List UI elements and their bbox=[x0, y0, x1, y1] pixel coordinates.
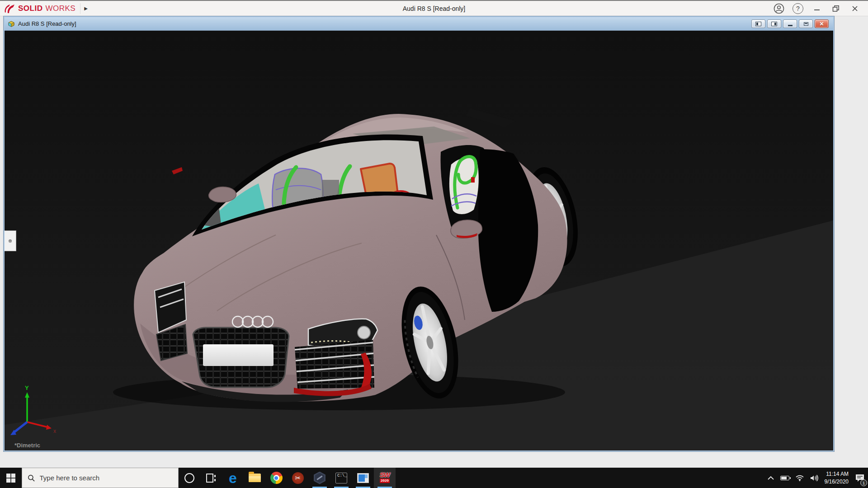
triad-x-label: x bbox=[53, 428, 56, 434]
triad-y-label: Y bbox=[25, 385, 29, 391]
taskbar-search[interactable] bbox=[22, 468, 179, 488]
solidworks-2020-icon: SW 2020 bbox=[378, 471, 392, 485]
tray-time: 11:14 AM bbox=[826, 470, 849, 478]
doc-minimize-icon bbox=[788, 25, 793, 26]
close-button[interactable] bbox=[846, 2, 863, 15]
right-intake-grille[interactable] bbox=[294, 340, 374, 396]
minimize-icon bbox=[814, 5, 820, 12]
show-right-pane-button[interactable] bbox=[767, 19, 781, 28]
battery-button[interactable] bbox=[777, 468, 793, 488]
chevron-up-icon bbox=[768, 476, 774, 480]
doc-restore-button[interactable] bbox=[799, 19, 813, 28]
close-icon bbox=[852, 5, 858, 12]
brand-text-bold: SOLID bbox=[18, 4, 42, 13]
hexagon-app-icon bbox=[314, 472, 326, 484]
file-explorer-icon bbox=[249, 474, 261, 482]
desktop: SOLIDWORKS ▶ Audi R8 S [Read-only] ? bbox=[0, 0, 868, 488]
network-button[interactable] bbox=[793, 468, 807, 488]
action-center-button[interactable]: 1 bbox=[852, 468, 868, 488]
task-view-button[interactable] bbox=[200, 468, 222, 488]
part-document-icon bbox=[7, 20, 15, 28]
audi-r8-3d-model[interactable]: Y x bbox=[5, 31, 833, 450]
left-mirror[interactable] bbox=[209, 187, 236, 202]
doc-close-button[interactable]: ✕ bbox=[815, 19, 829, 28]
help-button[interactable]: ? bbox=[789, 2, 807, 15]
cortana-button[interactable] bbox=[179, 468, 200, 488]
featuremanager-collapse-tab[interactable] bbox=[5, 230, 16, 251]
system-tray: 11:14 AM 9/16/2020 1 bbox=[764, 468, 868, 488]
brand-text-light: WORKS bbox=[45, 4, 75, 13]
speaker-icon bbox=[810, 474, 818, 482]
doc-close-icon: ✕ bbox=[819, 21, 824, 27]
search-input[interactable] bbox=[40, 474, 173, 482]
document-window-controls: ✕ bbox=[751, 19, 830, 28]
battery-icon bbox=[780, 476, 789, 480]
app-title: Audi R8 S [Read-only] bbox=[0, 5, 868, 12]
start-button[interactable] bbox=[0, 468, 22, 488]
document-window: Audi R8 S [Read-only] ✕ bbox=[4, 16, 834, 451]
account-icon bbox=[774, 3, 784, 14]
volume-button[interactable] bbox=[807, 468, 821, 488]
doc-restore-icon bbox=[804, 22, 808, 26]
menu-expand-arrow[interactable]: ▶ bbox=[80, 3, 91, 14]
edge-icon: e bbox=[229, 471, 237, 485]
taskbar-snipping-tool-button[interactable]: ✂ bbox=[287, 468, 309, 488]
taskbar-3d-viewer-button[interactable] bbox=[309, 468, 330, 488]
taskbar-file-explorer-button[interactable] bbox=[244, 468, 265, 488]
clock[interactable]: 11:14 AM 9/16/2020 bbox=[821, 468, 852, 488]
front-grille[interactable] bbox=[193, 328, 289, 387]
passenger-seat bbox=[449, 156, 479, 214]
app-titlebar: SOLIDWORKS ▶ Audi R8 S [Read-only] ? bbox=[0, 0, 868, 16]
account-button[interactable] bbox=[770, 2, 788, 15]
minimize-button[interactable] bbox=[808, 2, 826, 15]
wifi-icon bbox=[796, 475, 804, 481]
collapse-dot-icon bbox=[9, 239, 12, 243]
photos-app-icon bbox=[357, 473, 369, 483]
command-prompt-icon: C:\_ bbox=[335, 473, 347, 483]
taskbar-chrome-button[interactable] bbox=[265, 468, 287, 488]
right-pane-icon bbox=[771, 22, 777, 26]
cortana-icon bbox=[184, 473, 194, 483]
graphics-viewport[interactable]: Y x *Dimetric bbox=[5, 31, 833, 450]
taskbar-solidworks-button[interactable]: SW 2020 bbox=[374, 468, 396, 488]
notification-count-badge: 1 bbox=[860, 479, 867, 486]
taskbar-edge-button[interactable]: e bbox=[222, 468, 244, 488]
restore-icon bbox=[832, 5, 840, 12]
doc-minimize-button[interactable] bbox=[783, 19, 797, 28]
search-icon bbox=[28, 474, 35, 482]
chrome-icon bbox=[270, 472, 283, 484]
document-title: Audi R8 S [Read-only] bbox=[18, 20, 76, 27]
document-titlebar[interactable]: Audi R8 S [Read-only] ✕ bbox=[5, 17, 833, 31]
restore-button[interactable] bbox=[827, 2, 844, 15]
solidworks-logo-icon bbox=[4, 4, 15, 14]
solidworks-logo: SOLIDWORKS bbox=[0, 1, 80, 16]
windows-logo-icon bbox=[6, 473, 16, 483]
taskbar: e ✂ C:\_ SW 2020 bbox=[0, 468, 868, 488]
snipping-tool-icon: ✂ bbox=[292, 472, 304, 484]
app-window-controls: ? bbox=[770, 2, 868, 15]
left-pane-icon bbox=[755, 22, 761, 26]
license-plate bbox=[203, 344, 274, 366]
tray-date: 9/16/2020 bbox=[825, 478, 849, 485]
task-view-icon bbox=[206, 473, 217, 483]
taskbar-photos-button[interactable] bbox=[352, 468, 374, 488]
help-icon: ? bbox=[793, 3, 803, 14]
view-orientation-label: *Dimetric bbox=[14, 442, 40, 449]
taskbar-command-prompt-button[interactable]: C:\_ bbox=[330, 468, 352, 488]
show-left-pane-button[interactable] bbox=[751, 19, 765, 28]
tray-overflow-button[interactable] bbox=[764, 468, 777, 488]
